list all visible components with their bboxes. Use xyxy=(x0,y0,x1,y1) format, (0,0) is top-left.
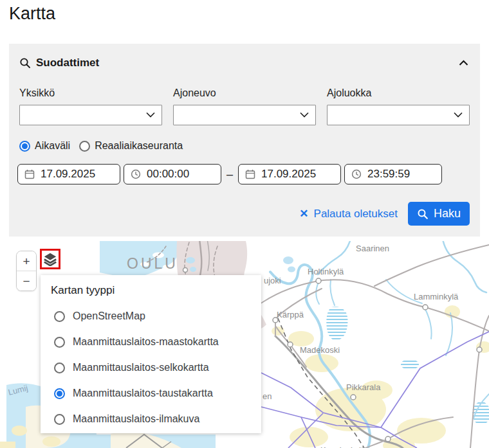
map-type-popup-title: Kartan tyyppi xyxy=(51,284,115,297)
map-label-kosulankyla: Kosulankylä xyxy=(320,445,366,448)
map-label-lamminkyla: Lamminkylä xyxy=(414,292,459,301)
map-type-option-label: Maanmittauslaitos-maastokartta xyxy=(73,336,219,348)
end-time-value: 23:59:59 xyxy=(367,168,410,181)
map-canvas[interactable]: OULU Saarinen Holtinkylä ujoki Lamminkyl… xyxy=(0,241,489,448)
map-label-pikkarala: Pikkarala xyxy=(346,382,381,392)
map-type-option-openstreetmap[interactable]: OpenStreetMap xyxy=(41,303,261,329)
map-type-option-ilmakuva[interactable]: Maanmittauslaitos-ilmakuva xyxy=(41,406,261,432)
map-type-option-selkokartta[interactable]: Maanmittauslaitos-selkokartta xyxy=(41,355,261,381)
filters-panel: Suodattimet Yksikkö Ajoneuvo xyxy=(9,44,480,237)
calendar-icon xyxy=(24,169,35,179)
radio-reaaliaikaseuranta-label: Reaaliaikaseuranta xyxy=(95,140,183,152)
search-button-label: Haku xyxy=(434,207,461,220)
chevron-down-icon xyxy=(146,112,155,118)
map-type-option-label: Maanmittauslaitos-ilmakuva xyxy=(73,413,199,425)
start-time-value: 00:00:00 xyxy=(147,168,189,181)
radio-aikavali[interactable]: Aikaväli xyxy=(19,140,70,152)
radio-circle xyxy=(54,363,65,373)
field-yksikko: Yksikkö xyxy=(19,87,162,125)
map-type-option-taustakartta[interactable]: Maanmittauslaitos-taustakartta xyxy=(41,381,261,406)
reset-defaults-link[interactable]: ✕ Palauta oletukset xyxy=(299,208,398,220)
page-title: Kartta xyxy=(9,4,55,24)
map-label-saarinen: Saarinen xyxy=(356,244,389,253)
map-type-option-label: OpenStreetMap xyxy=(73,310,145,322)
end-time-input[interactable]: 23:59:59 xyxy=(344,164,442,184)
radio-aikavali-label: Aikaväli xyxy=(35,140,70,152)
map-type-option-label: Maanmittauslaitos-selkokartta xyxy=(73,362,209,373)
map-type-option-maastokartta[interactable]: Maanmittauslaitos-maastokartta xyxy=(41,329,261,355)
range-dash: – xyxy=(221,168,238,181)
clock-icon xyxy=(131,169,141,179)
start-time-input[interactable]: 00:00:00 xyxy=(124,164,221,184)
collapse-filters-button[interactable] xyxy=(457,58,470,67)
radio-aikavali-circle xyxy=(19,141,30,152)
filters-title-wrap: Suodattimet xyxy=(19,57,99,69)
search-icon xyxy=(417,208,429,220)
yksikko-select[interactable] xyxy=(19,105,162,125)
map-label-karppa: Kärppä xyxy=(277,310,304,319)
filters-title: Suodattimet xyxy=(36,57,99,69)
radio-circle xyxy=(54,337,65,348)
ajoneuvo-label: Ajoneuvo xyxy=(173,87,316,99)
field-ajoneuvo: Ajoneuvo xyxy=(173,87,316,125)
search-button[interactable]: Haku xyxy=(408,202,470,226)
filters-header: Suodattimet xyxy=(19,55,470,71)
map-label-joki-partial: ujoki xyxy=(264,276,281,285)
reset-defaults-label: Palauta oletukset xyxy=(314,208,398,220)
actions-row: ✕ Palauta oletukset Haku xyxy=(299,202,470,226)
zoom-out-button[interactable]: − xyxy=(17,271,36,291)
start-date-value: 17.09.2025 xyxy=(41,168,95,181)
zoom-in-button[interactable]: + xyxy=(17,251,36,271)
end-date-value: 17.09.2025 xyxy=(261,168,316,181)
radio-circle xyxy=(54,414,65,425)
map-label-holtinkyla: Holtinkylä xyxy=(308,267,344,276)
filters-grid: Yksikkö Ajoneuvo Ajoluokka xyxy=(19,87,470,125)
ajoluokka-label: Ajoluokka xyxy=(327,87,470,99)
clock-icon xyxy=(351,169,362,179)
layers-icon xyxy=(43,252,57,266)
radio-reaaliaikaseuranta-circle xyxy=(79,141,90,152)
map-type-option-label: Maanmittauslaitos-taustakartta xyxy=(73,388,213,399)
start-date-input[interactable]: 17.09.2025 xyxy=(17,164,120,184)
end-date-input[interactable]: 17.09.2025 xyxy=(238,164,341,184)
ajoneuvo-select[interactable] xyxy=(173,105,316,125)
ajoluokka-select[interactable] xyxy=(327,105,470,125)
calendar-icon xyxy=(245,169,255,179)
map-zoom-control: + − xyxy=(16,251,37,291)
map-type-options: OpenStreetMap Maanmittauslaitos-maastoka… xyxy=(41,303,261,432)
radio-circle-selected xyxy=(54,388,65,399)
map-type-popup: Kartan tyyppi OpenStreetMap Maanmittausl… xyxy=(41,275,261,433)
map-label-oulu: OULU xyxy=(127,255,178,272)
radio-circle xyxy=(54,311,65,322)
map-label-madekoski: Madekoski xyxy=(300,345,340,355)
layers-button[interactable] xyxy=(40,249,60,269)
chevron-down-icon xyxy=(454,112,463,118)
radio-reaaliaikaseuranta[interactable]: Reaaliaikaseuranta xyxy=(79,140,183,152)
chevron-down-icon xyxy=(300,112,309,118)
app-root: Kartta Suodattimet Yksikkö xyxy=(0,0,489,448)
map-label-en-partial: en xyxy=(263,391,272,401)
field-ajoluokka: Ajoluokka xyxy=(327,87,470,125)
mode-row: Aikaväli Reaaliaikaseuranta xyxy=(19,140,183,152)
yksikko-label: Yksikkö xyxy=(19,87,162,99)
chevron-up-icon xyxy=(459,60,468,66)
search-icon xyxy=(19,57,31,69)
date-range-row: 17.09.2025 00:00:00 – 17.09.2025 23:59:5… xyxy=(17,164,442,184)
